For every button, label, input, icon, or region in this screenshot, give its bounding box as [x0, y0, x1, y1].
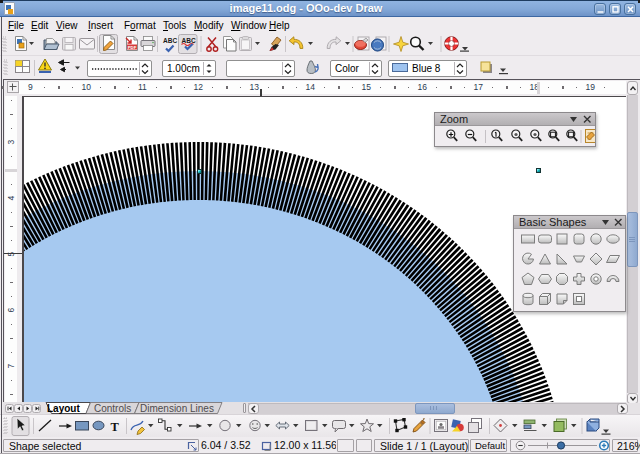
svg-text:T: T — [111, 420, 120, 434]
svg-text:ABC: ABC — [182, 37, 196, 44]
svg-text:PDF: PDF — [128, 45, 137, 50]
svg-text:ABC: ABC — [163, 37, 177, 44]
